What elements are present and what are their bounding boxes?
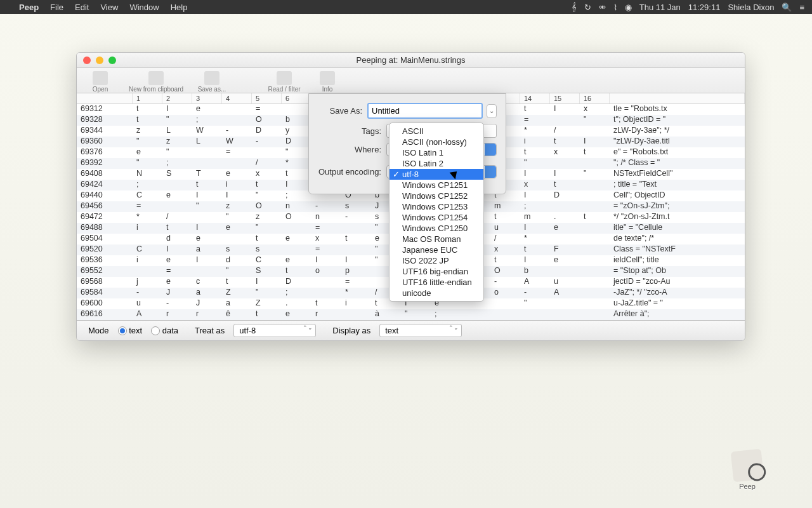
toolbar-info[interactable]: Info (310, 71, 344, 93)
clock-date[interactable]: Thu 11 Jan (639, 3, 681, 12)
encoding-option[interactable]: utf-8 (390, 169, 483, 180)
user-name[interactable]: Shiela Dixon (728, 3, 774, 12)
column-header[interactable]: 3 (192, 93, 222, 104)
mode-data-radio[interactable] (151, 326, 160, 335)
encoding-option[interactable]: UTF16 big-endian (390, 266, 483, 277)
encoding-option[interactable]: ISO Latin 1 (390, 147, 483, 158)
encoding-option[interactable]: Mac OS Roman (390, 234, 483, 244)
encoding-option[interactable]: Windows CP1254 (390, 212, 483, 223)
toolbar-open[interactable]: Open (83, 71, 117, 93)
column-header[interactable]: 15 (550, 93, 580, 104)
menu-help[interactable]: Help (171, 3, 188, 12)
menu-view[interactable]: View (100, 3, 118, 12)
encoding-option[interactable]: Windows CP1250 (390, 223, 483, 234)
mode-label: Mode (88, 326, 109, 335)
where-label: Where: (318, 145, 386, 154)
spotlight-icon[interactable]: 🔍 (782, 3, 792, 12)
toolbar-save-as[interactable]: Save as... (195, 71, 229, 93)
column-header[interactable]: 4 (222, 93, 252, 104)
app-menu[interactable]: Peep (19, 3, 39, 12)
toolbar-read-filter[interactable]: Read / filter (262, 71, 306, 93)
toolbar: Open New from clipboard Save as... Read … (77, 68, 745, 93)
column-header[interactable]: 5 (252, 93, 282, 104)
column-header[interactable] (610, 93, 745, 104)
notification-center-icon[interactable]: ≡ (799, 3, 804, 12)
clock-time[interactable]: 11:29:11 (688, 3, 721, 12)
encoding-option[interactable]: ASCII (non-lossy) (390, 137, 483, 147)
treat-as-select[interactable]: utf-8 (233, 324, 316, 337)
encoding-label: Output encoding: (318, 167, 386, 177)
titlebar: Peeping at: MainMenu.strings (77, 53, 745, 68)
save-as-input[interactable] (367, 103, 483, 119)
volume-icon[interactable]: ◉ (625, 3, 632, 12)
info-icon (320, 71, 335, 85)
encoding-option[interactable]: unicode (390, 288, 483, 298)
treat-as-label: Treat as (195, 326, 225, 335)
history-icon[interactable]: ↻ (584, 3, 591, 12)
footer-bar: Mode text data Treat as utf-8 Display as… (77, 320, 745, 340)
bluetooth-icon[interactable]: ⚮ (599, 3, 606, 12)
mode-text-radio[interactable] (118, 326, 127, 335)
tags-label: Tags: (318, 126, 386, 136)
wifi-icon[interactable]: ⌇ (613, 3, 617, 12)
clipboard-icon (148, 71, 164, 85)
encoding-option[interactable]: Japanese EUC (390, 244, 483, 255)
table-row[interactable]: 69616Arrêterà";Arrêter à"; (77, 309, 745, 320)
encoding-option[interactable]: Windows CP1252 (390, 190, 483, 201)
toolbar-new-clipboard[interactable]: New from clipboard (121, 71, 191, 93)
status-icon[interactable]: 𝄞 (572, 2, 577, 12)
column-header[interactable]: 1 (133, 93, 162, 104)
menu-file[interactable]: File (50, 3, 63, 12)
display-as-select[interactable]: text (379, 324, 462, 337)
expand-save-button[interactable]: ⌄ (487, 104, 497, 118)
search-icon (277, 71, 292, 85)
menubar: Peep File Edit View Window Help 𝄞 ↻ ⚮ ⌇ … (0, 0, 812, 14)
encoding-option[interactable]: Windows CP1253 (390, 201, 483, 212)
dock-icon-label: Peep (739, 483, 756, 490)
encoding-option[interactable]: UTF16 little-endian (390, 277, 483, 288)
app-icon (731, 449, 764, 483)
column-header[interactable] (77, 93, 133, 104)
open-icon (93, 71, 108, 85)
encoding-option[interactable]: ISO Latin 2 (390, 158, 483, 169)
column-header[interactable]: 6 (282, 93, 311, 104)
display-as-label: Display as (332, 326, 370, 335)
dock-icon[interactable]: Peep (732, 450, 763, 490)
column-header[interactable]: 16 (580, 93, 610, 104)
column-header[interactable]: 2 (162, 93, 192, 104)
encoding-option[interactable]: Windows CP1251 (390, 180, 483, 190)
save-as-label: Save As: (318, 106, 367, 116)
save-icon (204, 71, 219, 85)
menu-edit[interactable]: Edit (75, 3, 89, 12)
window-title: Peeping at: MainMenu.strings (77, 55, 745, 65)
encoding-option[interactable]: ASCII (390, 126, 483, 137)
column-header[interactable]: 14 (520, 93, 550, 104)
menu-window[interactable]: Window (129, 3, 159, 12)
encoding-option[interactable]: ISO 2022 JP (390, 255, 483, 266)
encoding-dropdown[interactable]: ASCIIASCII (non-lossy)ISO Latin 1ISO Lat… (389, 123, 484, 302)
